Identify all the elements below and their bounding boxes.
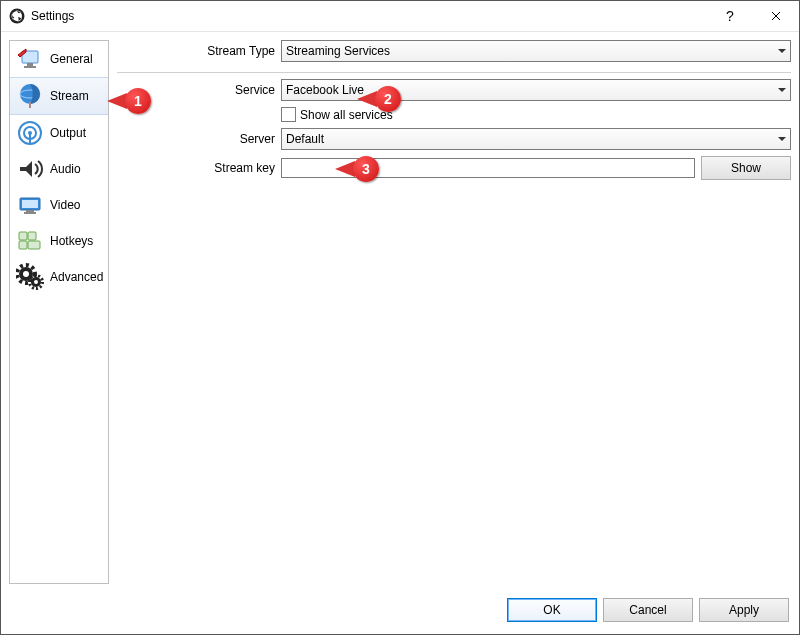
input-stream-key[interactable] <box>281 158 695 178</box>
sidebar-item-label: Audio <box>50 162 81 176</box>
chevron-down-icon <box>778 88 786 92</box>
row-server: Server Default <box>117 128 791 150</box>
sidebar-item-hotkeys[interactable]: Hotkeys <box>10 223 108 259</box>
svg-rect-3 <box>27 63 33 66</box>
row-show-all: Show all services <box>117 107 791 122</box>
sidebar-item-advanced[interactable]: Advanced <box>10 259 108 295</box>
sidebar-item-output[interactable]: Output <box>10 115 108 151</box>
settings-window: Settings ? General <box>0 0 800 635</box>
window-title: Settings <box>31 9 707 23</box>
main-panel: Stream Type Streaming Services Service F… <box>117 40 791 584</box>
close-button[interactable] <box>753 1 799 31</box>
row-stream-type: Stream Type Streaming Services <box>117 40 791 62</box>
apply-button[interactable]: Apply <box>699 598 789 622</box>
svg-rect-19 <box>28 241 40 249</box>
obs-icon <box>9 8 25 24</box>
sidebar-item-general[interactable]: General <box>10 41 108 77</box>
row-stream-key: Stream key Show <box>117 156 791 180</box>
dropdown-server[interactable]: Default <box>281 128 791 150</box>
sidebar-item-stream[interactable]: Stream <box>10 77 108 115</box>
sidebar-item-label: General <box>50 52 93 66</box>
svg-point-25 <box>34 280 38 284</box>
sidebar-item-video[interactable]: Video <box>10 187 108 223</box>
label-service: Service <box>117 83 281 97</box>
dropdown-value: Default <box>286 132 324 146</box>
sidebar-item-label: Video <box>50 198 80 212</box>
label-stream-key: Stream key <box>117 161 281 175</box>
help-button[interactable]: ? <box>707 1 753 31</box>
label-server: Server <box>117 132 281 146</box>
sidebar-item-audio[interactable]: Audio <box>10 151 108 187</box>
svg-point-22 <box>23 271 29 277</box>
sidebar-item-label: Output <box>50 126 86 140</box>
general-icon <box>16 45 44 73</box>
stream-icon <box>16 82 44 110</box>
svg-rect-18 <box>19 241 27 249</box>
dropdown-value: Streaming Services <box>286 44 390 58</box>
hotkeys-icon <box>16 227 44 255</box>
sidebar: General Stream <box>9 40 109 584</box>
chevron-down-icon <box>778 49 786 53</box>
settings-body: General Stream <box>1 32 799 592</box>
sidebar-item-label: Hotkeys <box>50 234 93 248</box>
label-stream-type: Stream Type <box>117 44 281 58</box>
svg-rect-4 <box>24 66 36 68</box>
audio-icon <box>16 155 44 183</box>
cancel-button[interactable]: Cancel <box>603 598 693 622</box>
chevron-down-icon <box>778 137 786 141</box>
ok-button[interactable]: OK <box>507 598 597 622</box>
checkbox-label: Show all services <box>300 108 393 122</box>
svg-rect-14 <box>26 210 34 212</box>
svg-rect-17 <box>28 232 36 240</box>
show-button[interactable]: Show <box>701 156 791 180</box>
checkbox-show-all[interactable]: Show all services <box>281 107 393 122</box>
dropdown-value: Facebook Live <box>286 83 364 97</box>
video-icon <box>16 191 44 219</box>
titlebar: Settings ? <box>1 1 799 32</box>
footer: OK Cancel Apply <box>1 592 799 634</box>
svg-rect-7 <box>29 102 31 108</box>
svg-rect-11 <box>29 133 31 144</box>
advanced-icon <box>16 263 44 291</box>
divider <box>117 72 791 73</box>
svg-rect-15 <box>24 212 36 214</box>
row-service: Service Facebook Live <box>117 79 791 101</box>
dropdown-service[interactable]: Facebook Live <box>281 79 791 101</box>
dropdown-stream-type[interactable]: Streaming Services <box>281 40 791 62</box>
output-icon <box>16 119 44 147</box>
checkbox-box <box>281 107 296 122</box>
sidebar-item-label: Stream <box>50 89 89 103</box>
svg-rect-13 <box>22 200 38 208</box>
svg-rect-16 <box>19 232 27 240</box>
sidebar-item-label: Advanced <box>50 270 103 284</box>
